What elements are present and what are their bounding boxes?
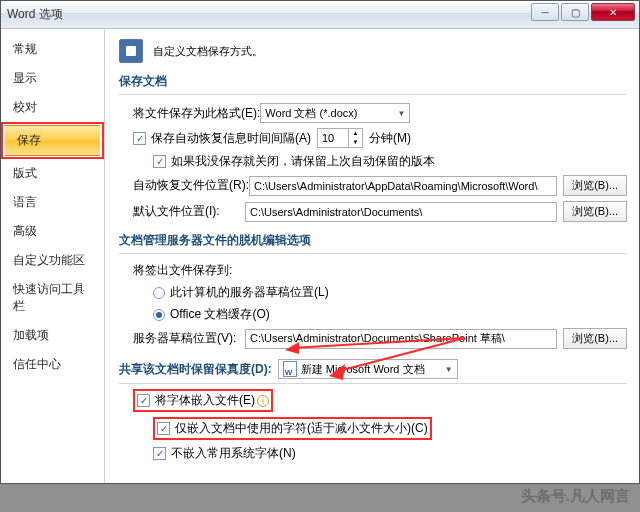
keeplast-label: 如果我没保存就关闭，请保留上次自动保留的版本 bbox=[171, 153, 435, 170]
autorecover-unit: 分钟(M) bbox=[369, 130, 411, 147]
autorecover-loc-label: 自动恢复文件位置(R): bbox=[133, 177, 249, 194]
keeplast-checkbox[interactable] bbox=[153, 155, 166, 168]
main-panel: 自定义文档保存方式。 保存文档 将文件保存为此格式(E): Word 文档 (*… bbox=[105, 29, 639, 483]
chevron-down-icon: ▼ bbox=[397, 109, 405, 118]
options-dialog: Word 选项 ─ ▢ ✕ 常规 显示 校对 保存 版式 语言 高级 自定义功能… bbox=[0, 0, 640, 484]
autorecover-minutes-input[interactable]: 10 ▲▼ bbox=[317, 128, 363, 148]
window-title: Word 选项 bbox=[7, 6, 63, 23]
document-icon bbox=[283, 361, 297, 377]
format-select[interactable]: Word 文档 (*.docx)▼ bbox=[260, 103, 410, 123]
radio-server-drafts-label: 此计算机的服务器草稿位置(L) bbox=[170, 284, 329, 301]
watermark: 头条号.凡人网言 bbox=[521, 487, 630, 506]
sidebar-item-general[interactable]: 常规 bbox=[1, 35, 104, 64]
no-system-checkbox[interactable] bbox=[153, 447, 166, 460]
browse-button-1[interactable]: 浏览(B)... bbox=[563, 175, 627, 196]
autorecover-checkbox[interactable] bbox=[133, 132, 146, 145]
no-system-label: 不嵌入常用系统字体(N) bbox=[171, 445, 296, 462]
browse-button-2[interactable]: 浏览(B)... bbox=[563, 201, 627, 222]
embed-fonts-label: 将字体嵌入文件(E) bbox=[155, 392, 255, 409]
titlebar: Word 选项 ─ ▢ ✕ bbox=[1, 1, 639, 29]
section-fidelity: 共享该文档时保留保真度(D): 新建 Microsoft Word 文档 ▼ 将… bbox=[119, 359, 627, 462]
radio-office-cache[interactable] bbox=[153, 309, 165, 321]
autorecover-loc-input[interactable]: C:\Users\Administrator\AppData\Roaming\M… bbox=[249, 176, 557, 196]
default-loc-input[interactable]: C:\Users\Administrator\Documents\ bbox=[245, 202, 557, 222]
drafts-loc-label: 服务器草稿位置(V): bbox=[133, 330, 245, 347]
maximize-button[interactable]: ▢ bbox=[561, 3, 589, 21]
autorecover-label: 保存自动恢复信息时间间隔(A) bbox=[151, 130, 311, 147]
sidebar-item-trust-center[interactable]: 信任中心 bbox=[1, 350, 104, 379]
window-buttons: ─ ▢ ✕ bbox=[529, 3, 635, 21]
sidebar-item-addins[interactable]: 加载项 bbox=[1, 321, 104, 350]
embed-used-checkbox[interactable] bbox=[157, 422, 170, 435]
browse-button-3[interactable]: 浏览(B)... bbox=[563, 328, 627, 349]
sidebar-item-layout[interactable]: 版式 bbox=[1, 159, 104, 188]
checkout-label: 将签出文件保存到: bbox=[133, 262, 232, 279]
sidebar: 常规 显示 校对 保存 版式 语言 高级 自定义功能区 快速访问工具栏 加载项 … bbox=[1, 29, 105, 483]
close-button[interactable]: ✕ bbox=[591, 3, 635, 21]
sidebar-item-advanced[interactable]: 高级 bbox=[1, 217, 104, 246]
panel-header: 自定义文档保存方式。 bbox=[119, 39, 627, 63]
sidebar-item-customize-ribbon[interactable]: 自定义功能区 bbox=[1, 246, 104, 275]
minimize-button[interactable]: ─ bbox=[531, 3, 559, 21]
format-label: 将文件保存为此格式(E): bbox=[133, 105, 260, 122]
section-offline-editing: 文档管理服务器文件的脱机编辑选项 将签出文件保存到: 此计算机的服务器草稿位置(… bbox=[119, 232, 627, 349]
section-title: 文档管理服务器文件的脱机编辑选项 bbox=[119, 232, 627, 254]
radio-office-cache-label: Office 文档缓存(O) bbox=[170, 306, 270, 323]
dialog-body: 常规 显示 校对 保存 版式 语言 高级 自定义功能区 快速访问工具栏 加载项 … bbox=[1, 29, 639, 483]
sidebar-item-save[interactable]: 保存 bbox=[5, 125, 100, 156]
save-icon bbox=[119, 39, 143, 63]
chevron-down-icon: ▼ bbox=[445, 365, 453, 374]
fidelity-doc-select[interactable]: 新建 Microsoft Word 文档 ▼ bbox=[278, 359, 458, 379]
info-icon: i bbox=[257, 395, 269, 407]
panel-header-text: 自定义文档保存方式。 bbox=[153, 44, 263, 59]
sidebar-item-proofing[interactable]: 校对 bbox=[1, 93, 104, 122]
default-loc-label: 默认文件位置(I): bbox=[133, 203, 245, 220]
radio-server-drafts[interactable] bbox=[153, 287, 165, 299]
embed-fonts-checkbox[interactable] bbox=[137, 394, 150, 407]
fidelity-label: 共享该文档时保留保真度(D): bbox=[119, 361, 272, 378]
sidebar-item-language[interactable]: 语言 bbox=[1, 188, 104, 217]
embed-used-label: 仅嵌入文档中使用的字符(适于减小文件大小)(C) bbox=[175, 420, 428, 437]
section-title: 保存文档 bbox=[119, 73, 627, 95]
drafts-loc-input[interactable]: C:\Users\Administrator\Documents\SharePo… bbox=[245, 329, 557, 349]
sidebar-item-quick-access[interactable]: 快速访问工具栏 bbox=[1, 275, 104, 321]
sidebar-item-display[interactable]: 显示 bbox=[1, 64, 104, 93]
section-save-documents: 保存文档 将文件保存为此格式(E): Word 文档 (*.docx)▼ 保存自… bbox=[119, 73, 627, 222]
